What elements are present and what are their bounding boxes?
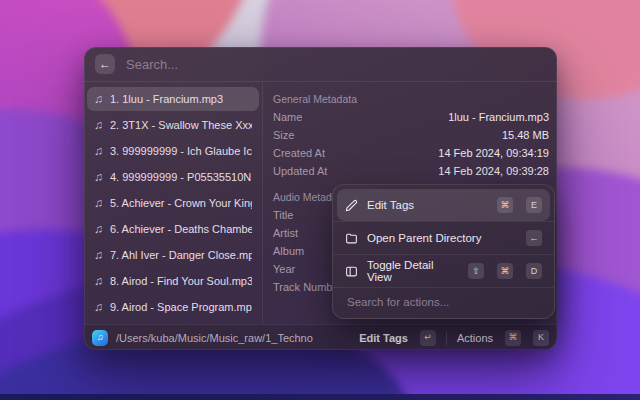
music-note-icon: ♫ (94, 145, 103, 157)
metadata-value: 14 Feb 2024, 09:39:28 (438, 165, 549, 177)
pencil-icon (345, 199, 358, 212)
metadata-row: Created At 14 Feb 2024, 09:34:19 (273, 144, 549, 162)
k-key: K (533, 330, 549, 346)
back-arrow-icon: ← (99, 58, 111, 70)
metadata-row: Updated At 14 Feb 2024, 09:39:28 (273, 162, 549, 180)
metadata-label: Size (273, 129, 294, 141)
current-directory-path: /Users/kuba/Music/Music_raw/1_Techno (116, 332, 351, 344)
song-label: 8. Airod - Find Your Soul.mp3 (110, 275, 252, 287)
command-key: ⌘ (497, 263, 513, 279)
statusbar-divider (446, 331, 447, 345)
enter-key: ↵ (420, 330, 436, 346)
actions-button[interactable]: Actions (457, 332, 493, 344)
metadata-label: Name (273, 111, 302, 123)
shift-key: ⇧ (468, 263, 484, 279)
list-item[interactable]: ♫ 6. Achiever - Deaths Chamber (... (87, 217, 259, 241)
metadata-label: Artist (273, 227, 298, 239)
music-note-icon: ♫ (94, 301, 103, 313)
sidebar-icon (345, 265, 358, 278)
music-note-icon: ♫ (94, 197, 103, 209)
menu-item-open-parent-directory[interactable]: Open Parent Directory ← (337, 222, 550, 254)
song-label: 6. Achiever - Deaths Chamber (... (110, 223, 252, 235)
list-item[interactable]: ♫ 4. 999999999 - P05535510N.m... (87, 165, 259, 189)
folder-icon (345, 232, 358, 245)
menu-item-label: Edit Tags (367, 199, 484, 211)
primary-action-label[interactable]: Edit Tags (359, 332, 408, 344)
metadata-label: Title (273, 209, 293, 221)
list-item[interactable]: ♫ 2. 3T1X - Swallow These Xxxx.... (87, 113, 259, 137)
metadata-row: Size 15.48 MB (273, 126, 549, 144)
music-note-icon: ♫ (94, 119, 103, 131)
song-label: 1. 1luu - Francium.mp3 (110, 93, 223, 105)
back-button[interactable]: ← (95, 54, 115, 74)
list-item[interactable]: ♫ 3. 999999999 - Ich Glaube Ich... (87, 139, 259, 163)
command-key: ⌘ (497, 197, 513, 213)
menu-item-label: Open Parent Directory (367, 232, 513, 244)
menu-item-label: Toggle Detail View (367, 259, 455, 283)
search-input[interactable]: Search... (126, 57, 178, 72)
music-note-icon: ♫ (94, 275, 103, 287)
d-key: D (526, 263, 542, 279)
metadata-value: 15.48 MB (502, 129, 549, 141)
left-arrow-key: ← (526, 230, 542, 246)
music-note-icon: ♫ (94, 171, 103, 183)
metadata-row: Name 1luu - Francium.mp3 (273, 108, 549, 126)
music-note-icon: ♫ (94, 249, 103, 261)
song-label: 9. Airod - Space Program.mp3 (110, 301, 252, 313)
metadata-label: Year (273, 263, 295, 275)
metadata-value: 1luu - Francium.mp3 (448, 111, 549, 123)
music-note-icon: ♫ (94, 93, 103, 105)
wallpaper-edge-strip (0, 394, 640, 400)
list-item[interactable]: ♫ 8. Airod - Find Your Soul.mp3 (87, 269, 259, 293)
music-app-icon: ♫ (92, 330, 108, 346)
app-window: ← Search... ♫ 1. 1luu - Francium.mp3 ♫ 2… (84, 47, 557, 350)
song-list: ♫ 1. 1luu - Francium.mp3 ♫ 2. 3T1X - Swa… (84, 82, 263, 324)
section-title: General Metadata (273, 93, 357, 105)
e-key: E (526, 197, 542, 213)
song-label: 4. 999999999 - P05535510N.m... (110, 171, 252, 183)
song-label: 5. Achiever - Crown Your King.... (110, 197, 252, 209)
metadata-label: Created At (273, 147, 325, 159)
search-bar: ← Search... (84, 47, 557, 82)
song-label: 7. Ahl Iver - Danger Close.mp3 (110, 249, 252, 261)
desktop: ← Search... ♫ 1. 1luu - Francium.mp3 ♫ 2… (0, 0, 640, 400)
song-label: 3. 999999999 - Ich Glaube Ich... (110, 145, 252, 157)
song-label: 2. 3T1X - Swallow These Xxxx.... (110, 119, 252, 131)
menu-item-edit-tags[interactable]: Edit Tags ⌘ E (337, 189, 550, 221)
app-note-glyph: ♫ (97, 333, 104, 342)
list-item[interactable]: ♫ 7. Ahl Iver - Danger Close.mp3 (87, 243, 259, 267)
metadata-value: 14 Feb 2024, 09:34:19 (438, 147, 549, 159)
metadata-label: Album (273, 245, 304, 257)
list-item[interactable]: ♫ 5. Achiever - Crown Your King.... (87, 191, 259, 215)
action-search-input[interactable]: Search for actions... (337, 288, 550, 316)
menu-item-toggle-detail-view[interactable]: Toggle Detail View ⇧ ⌘ D (337, 255, 550, 287)
music-note-icon: ♫ (94, 223, 103, 235)
status-bar: ♫ /Users/kuba/Music/Music_raw/1_Techno E… (84, 324, 557, 350)
command-key: ⌘ (505, 330, 521, 346)
list-item[interactable]: ♫ 1. 1luu - Francium.mp3 (87, 87, 259, 111)
list-item[interactable]: ♫ 9. Airod - Space Program.mp3 (87, 295, 259, 319)
metadata-label: Updated At (273, 165, 327, 177)
action-menu: Edit Tags ⌘ E Open Parent Directory ← To… (332, 184, 555, 319)
